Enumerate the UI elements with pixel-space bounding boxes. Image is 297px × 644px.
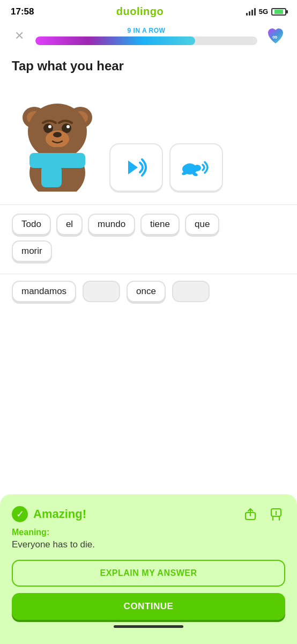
progress-bar-background xyxy=(35,36,257,45)
svg-point-20 xyxy=(184,163,195,172)
status-bar: 17:58 duolingo 5G xyxy=(0,0,297,21)
answer-area: mandamos once xyxy=(0,274,297,302)
word-chip-morir[interactable]: morir xyxy=(12,240,52,262)
battery-icon xyxy=(271,8,286,16)
meaning-label: Meaning: xyxy=(12,528,285,537)
question-title: Tap what you hear xyxy=(12,58,285,74)
nav-bar: ✕ 9 IN A ROW ∞ xyxy=(0,21,297,50)
flag-button[interactable] xyxy=(267,505,285,523)
heart-icon[interactable]: ∞ xyxy=(264,24,287,48)
svg-rect-13 xyxy=(29,153,85,168)
share-button[interactable] xyxy=(241,505,259,523)
close-button[interactable]: ✕ xyxy=(10,26,29,46)
word-chip-mundo[interactable]: mundo xyxy=(88,214,135,235)
svg-point-8 xyxy=(48,125,51,128)
svg-marker-15 xyxy=(128,160,138,174)
slow-speed-audio-button[interactable] xyxy=(169,143,223,192)
word-chip-todo[interactable]: Todo xyxy=(12,214,51,235)
word-chip-tiene[interactable]: tiene xyxy=(140,214,180,235)
close-icon: ✕ xyxy=(14,29,24,43)
streak-container: 9 IN A ROW xyxy=(35,27,257,45)
result-panel: ✓ Amazing! xyxy=(0,494,297,644)
home-indicator xyxy=(114,625,183,628)
audio-buttons-container xyxy=(109,143,223,192)
svg-point-11 xyxy=(53,132,62,137)
word-chip-que[interactable]: que xyxy=(185,214,219,235)
word-row-1: Todo el mundo tiene que xyxy=(12,214,285,235)
network-type: 5G xyxy=(259,8,268,16)
normal-speed-audio-button[interactable] xyxy=(109,143,163,192)
result-header: ✓ Amazing! xyxy=(12,505,285,523)
app-name: duolingo xyxy=(116,5,164,18)
status-icons: 5G xyxy=(246,8,286,16)
word-row-2: morir xyxy=(12,240,285,262)
answer-chip-empty-1 xyxy=(83,281,120,302)
svg-rect-14 xyxy=(41,166,62,187)
result-actions xyxy=(241,505,285,523)
svg-point-23 xyxy=(276,514,277,515)
result-title-row: ✓ Amazing! xyxy=(12,506,86,522)
streak-label: 9 IN A ROW xyxy=(128,27,166,34)
word-chip-el[interactable]: el xyxy=(56,214,83,235)
explain-my-answer-button[interactable]: EXPLAIN MY ANSWER xyxy=(12,560,285,587)
status-time: 17:58 xyxy=(11,6,34,17)
answer-chip-once[interactable]: once xyxy=(127,281,166,302)
svg-text:∞: ∞ xyxy=(272,33,277,41)
main-content: Tap what you hear xyxy=(0,50,297,274)
svg-point-9 xyxy=(66,125,70,128)
bear-illustration xyxy=(12,84,103,192)
signal-bars-icon xyxy=(246,8,256,16)
bear-audio-row xyxy=(12,84,285,192)
continue-button[interactable]: CONTINUE xyxy=(12,593,285,620)
progress-bar-fill xyxy=(35,36,195,45)
word-bank: Todo el mundo tiene que morir xyxy=(12,205,285,274)
meaning-text: Everyone has to die. xyxy=(12,539,285,550)
answer-chip-empty-2 xyxy=(172,281,210,302)
answer-chip-mandamos[interactable]: mandamos xyxy=(12,281,76,302)
check-icon: ✓ xyxy=(12,506,28,522)
result-title: Amazing! xyxy=(33,507,86,521)
